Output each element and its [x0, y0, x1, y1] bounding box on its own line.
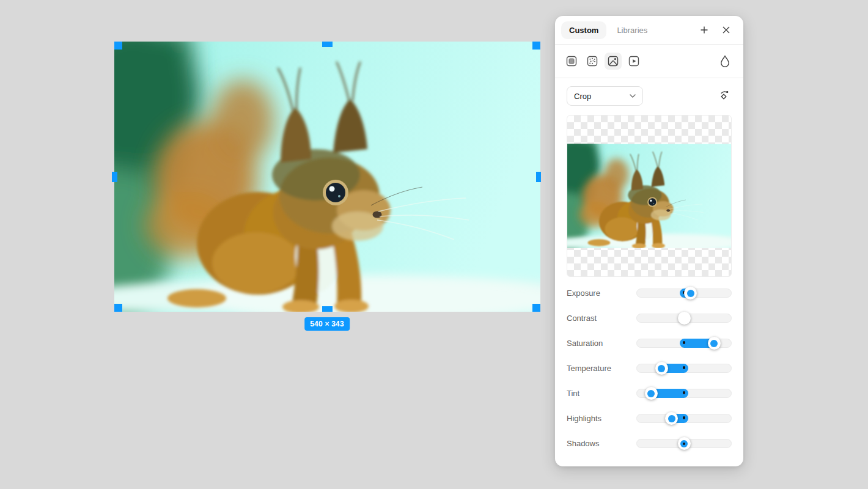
tint-slider[interactable] — [636, 389, 732, 398]
plus-icon[interactable] — [696, 21, 713, 39]
selection-handle-bottom[interactable] — [322, 306, 333, 312]
selection-handle-top[interactable] — [322, 42, 333, 47]
droplet-icon[interactable] — [716, 53, 734, 70]
highlights-slider[interactable] — [636, 414, 732, 423]
tab-libraries[interactable]: Libraries — [609, 21, 655, 39]
slider-label-tint: Tint — [567, 389, 636, 398]
selection-handle-top-right[interactable] — [532, 42, 540, 50]
selection-handle-bottom-right[interactable] — [532, 304, 540, 312]
solid-fill-icon[interactable] — [563, 53, 580, 70]
selection-size-badge: 540 × 343 — [304, 317, 350, 331]
image-preview[interactable] — [567, 115, 732, 277]
exposure-slider-thumb[interactable] — [684, 287, 697, 300]
selected-image[interactable] — [114, 42, 540, 312]
fill-settings-panel: Custom Libraries — [555, 16, 743, 466]
crop-mode-select[interactable]: Crop — [567, 86, 643, 106]
shadows-slider-thumb[interactable] — [678, 437, 691, 450]
shadows-slider[interactable] — [636, 439, 732, 448]
close-icon[interactable] — [718, 21, 735, 39]
exposure-slider[interactable] — [636, 289, 732, 298]
adjustment-sliders: Exposure Contrast Saturation Temperature — [555, 281, 743, 466]
tab-custom[interactable]: Custom — [561, 21, 606, 39]
temperature-slider[interactable] — [636, 364, 732, 373]
slider-label-saturation: Saturation — [567, 339, 636, 348]
tint-slider-thumb[interactable] — [645, 387, 658, 400]
divider — [555, 78, 743, 78]
saturation-slider[interactable] — [636, 339, 732, 348]
slider-label-shadows: Shadows — [567, 439, 636, 448]
rotate-icon[interactable] — [716, 88, 732, 104]
slider-label-exposure: Exposure — [567, 289, 636, 298]
pattern-fill-icon[interactable] — [584, 53, 601, 70]
slider-label-highlights: Highlights — [567, 414, 636, 423]
selection-handle-right[interactable] — [536, 172, 541, 182]
slider-label-temperature: Temperature — [567, 364, 636, 373]
squirrel-photo — [114, 42, 540, 312]
image-preview-art — [567, 144, 731, 248]
crop-row: Crop — [567, 86, 732, 106]
saturation-slider-thumb[interactable] — [708, 337, 721, 350]
selection-handle-left[interactable] — [112, 172, 117, 182]
contrast-slider[interactable] — [636, 314, 732, 323]
video-fill-icon[interactable] — [625, 53, 642, 70]
image-fill-icon[interactable] — [605, 53, 622, 70]
panel-header: Custom Libraries — [555, 16, 743, 44]
contrast-slider-thumb[interactable] — [678, 312, 691, 325]
crop-mode-label: Crop — [574, 92, 591, 101]
selection-handle-bottom-left[interactable] — [114, 304, 122, 312]
selection-handle-top-left[interactable] — [114, 42, 122, 50]
temperature-slider-thumb[interactable] — [655, 362, 668, 375]
slider-label-contrast: Contrast — [567, 314, 636, 323]
chevron-down-icon — [630, 94, 636, 98]
paint-type-row — [555, 45, 743, 78]
